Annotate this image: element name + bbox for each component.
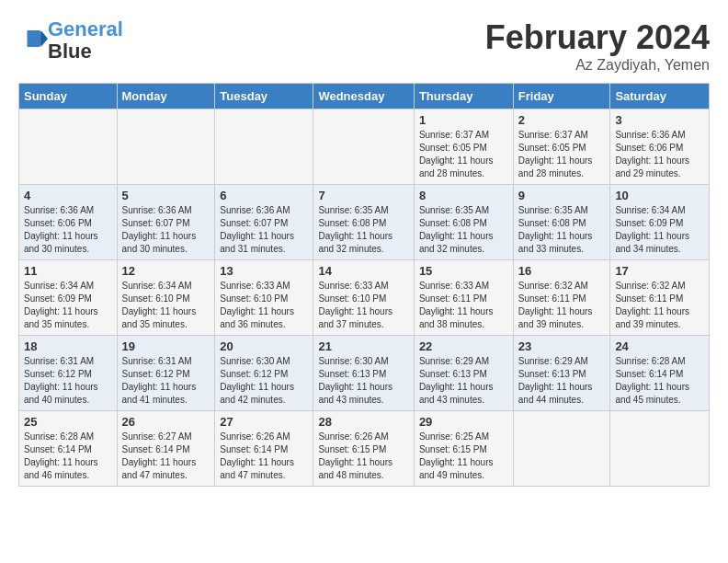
day-cell: 11Sunrise: 6:34 AM Sunset: 6:09 PM Dayli…: [19, 260, 118, 336]
day-info: Sunrise: 6:31 AM Sunset: 6:12 PM Dayligh…: [24, 355, 112, 407]
day-number: 10: [615, 189, 704, 202]
day-cell: 14Sunrise: 6:33 AM Sunset: 6:10 PM Dayli…: [313, 260, 414, 336]
day-info: Sunrise: 6:28 AM Sunset: 6:14 PM Dayligh…: [24, 431, 112, 482]
day-cell: 24Sunrise: 6:28 AM Sunset: 6:14 PM Dayli…: [610, 336, 710, 411]
header-cell-thursday: Thursday: [414, 84, 513, 109]
header-cell-sunday: Sunday: [19, 84, 118, 109]
day-cell: 25Sunrise: 6:28 AM Sunset: 6:14 PM Dayli…: [19, 411, 118, 487]
day-cell: 22Sunrise: 6:29 AM Sunset: 6:13 PM Dayli…: [414, 336, 513, 411]
day-cell: 1Sunrise: 6:37 AM Sunset: 6:05 PM Daylig…: [414, 109, 513, 185]
week-row-5: 25Sunrise: 6:28 AM Sunset: 6:14 PM Dayli…: [19, 411, 710, 487]
day-number: 18: [24, 339, 112, 353]
day-number: 26: [122, 415, 210, 429]
day-cell: 10Sunrise: 6:34 AM Sunset: 6:09 PM Dayli…: [610, 185, 710, 260]
day-number: 29: [419, 415, 508, 429]
day-cell: 5Sunrise: 6:36 AM Sunset: 6:07 PM Daylig…: [117, 185, 215, 260]
day-cell: 6Sunrise: 6:36 AM Sunset: 6:07 PM Daylig…: [215, 185, 313, 260]
day-number: 2: [518, 113, 606, 127]
day-info: Sunrise: 6:36 AM Sunset: 6:06 PM Dayligh…: [24, 204, 112, 256]
day-cell: [19, 109, 118, 185]
day-info: Sunrise: 6:29 AM Sunset: 6:13 PM Dayligh…: [419, 355, 508, 407]
day-cell: 18Sunrise: 6:31 AM Sunset: 6:12 PM Dayli…: [19, 336, 118, 411]
header-cell-friday: Friday: [513, 84, 610, 109]
header-cell-wednesday: Wednesday: [313, 84, 414, 109]
day-info: Sunrise: 6:37 AM Sunset: 6:05 PM Dayligh…: [518, 129, 606, 180]
day-cell: 26Sunrise: 6:27 AM Sunset: 6:14 PM Dayli…: [117, 411, 215, 487]
day-number: 23: [518, 339, 606, 353]
day-cell: 8Sunrise: 6:35 AM Sunset: 6:08 PM Daylig…: [414, 185, 513, 260]
day-cell: 28Sunrise: 6:26 AM Sunset: 6:15 PM Dayli…: [313, 411, 414, 487]
day-cell: 17Sunrise: 6:32 AM Sunset: 6:11 PM Dayli…: [610, 260, 710, 336]
day-number: 7: [318, 189, 408, 202]
week-row-4: 18Sunrise: 6:31 AM Sunset: 6:12 PM Dayli…: [19, 336, 710, 411]
day-cell: 16Sunrise: 6:32 AM Sunset: 6:11 PM Dayli…: [513, 260, 610, 336]
title-block: February 2024 Az Zaydiyah, Yemen: [485, 18, 710, 74]
day-cell: 7Sunrise: 6:35 AM Sunset: 6:08 PM Daylig…: [313, 185, 414, 260]
day-info: Sunrise: 6:30 AM Sunset: 6:12 PM Dayligh…: [220, 355, 308, 407]
day-info: Sunrise: 6:31 AM Sunset: 6:12 PM Dayligh…: [122, 355, 210, 407]
month-title: February 2024: [485, 18, 710, 57]
day-number: 21: [318, 339, 408, 353]
day-number: 8: [419, 189, 508, 202]
day-info: Sunrise: 6:33 AM Sunset: 6:10 PM Dayligh…: [220, 280, 308, 331]
day-cell: 15Sunrise: 6:33 AM Sunset: 6:11 PM Dayli…: [414, 260, 513, 336]
day-info: Sunrise: 6:33 AM Sunset: 6:10 PM Dayligh…: [318, 280, 408, 331]
day-info: Sunrise: 6:27 AM Sunset: 6:14 PM Dayligh…: [122, 431, 210, 482]
calendar-table: SundayMondayTuesdayWednesdayThursdayFrid…: [18, 83, 710, 487]
day-cell: 19Sunrise: 6:31 AM Sunset: 6:12 PM Dayli…: [117, 336, 215, 411]
page-header: General Blue February 2024 Az Zaydiyah, …: [18, 18, 710, 74]
day-number: 14: [318, 264, 408, 278]
day-cell: 12Sunrise: 6:34 AM Sunset: 6:10 PM Dayli…: [117, 260, 215, 336]
day-cell: 27Sunrise: 6:26 AM Sunset: 6:14 PM Dayli…: [215, 411, 313, 487]
day-info: Sunrise: 6:25 AM Sunset: 6:15 PM Dayligh…: [419, 431, 508, 482]
day-info: Sunrise: 6:28 AM Sunset: 6:14 PM Dayligh…: [615, 355, 704, 407]
day-number: 3: [615, 113, 704, 127]
day-info: Sunrise: 6:34 AM Sunset: 6:10 PM Dayligh…: [122, 280, 210, 331]
day-cell: [513, 411, 610, 487]
day-info: Sunrise: 6:30 AM Sunset: 6:13 PM Dayligh…: [318, 355, 408, 407]
day-cell: 21Sunrise: 6:30 AM Sunset: 6:13 PM Dayli…: [313, 336, 414, 411]
day-info: Sunrise: 6:34 AM Sunset: 6:09 PM Dayligh…: [24, 280, 112, 331]
day-cell: 20Sunrise: 6:30 AM Sunset: 6:12 PM Dayli…: [215, 336, 313, 411]
day-number: 6: [220, 189, 308, 202]
day-info: Sunrise: 6:32 AM Sunset: 6:11 PM Dayligh…: [615, 280, 704, 331]
day-cell: 13Sunrise: 6:33 AM Sunset: 6:10 PM Dayli…: [215, 260, 313, 336]
day-info: Sunrise: 6:33 AM Sunset: 6:11 PM Dayligh…: [419, 280, 508, 331]
day-info: Sunrise: 6:36 AM Sunset: 6:07 PM Dayligh…: [122, 204, 210, 256]
logo-text: General Blue: [48, 18, 123, 63]
day-cell: 4Sunrise: 6:36 AM Sunset: 6:06 PM Daylig…: [19, 185, 118, 260]
day-number: 11: [24, 264, 112, 278]
day-number: 4: [24, 189, 112, 202]
day-number: 1: [419, 113, 508, 127]
header-cell-tuesday: Tuesday: [215, 84, 313, 109]
day-number: 19: [122, 339, 210, 353]
header-cell-saturday: Saturday: [610, 84, 710, 109]
day-info: Sunrise: 6:29 AM Sunset: 6:13 PM Dayligh…: [518, 355, 606, 407]
logo-icon: [20, 25, 48, 52]
day-number: 17: [615, 264, 704, 278]
day-info: Sunrise: 6:26 AM Sunset: 6:15 PM Dayligh…: [318, 431, 408, 482]
day-cell: 29Sunrise: 6:25 AM Sunset: 6:15 PM Dayli…: [414, 411, 513, 487]
day-info: Sunrise: 6:35 AM Sunset: 6:08 PM Dayligh…: [518, 204, 606, 256]
day-number: 9: [518, 189, 606, 202]
logo: General Blue: [18, 18, 123, 63]
day-number: 25: [24, 415, 112, 429]
day-cell: 3Sunrise: 6:36 AM Sunset: 6:06 PM Daylig…: [610, 109, 710, 185]
week-row-3: 11Sunrise: 6:34 AM Sunset: 6:09 PM Dayli…: [19, 260, 710, 336]
svg-marker-1: [41, 30, 49, 47]
day-info: Sunrise: 6:34 AM Sunset: 6:09 PM Dayligh…: [615, 204, 704, 256]
day-cell: [117, 109, 215, 185]
day-info: Sunrise: 6:32 AM Sunset: 6:11 PM Dayligh…: [518, 280, 606, 331]
day-info: Sunrise: 6:36 AM Sunset: 6:06 PM Dayligh…: [615, 129, 704, 180]
day-number: 13: [220, 264, 308, 278]
day-number: 28: [318, 415, 408, 429]
day-info: Sunrise: 6:26 AM Sunset: 6:14 PM Dayligh…: [220, 431, 308, 482]
header-cell-monday: Monday: [117, 84, 215, 109]
day-number: 15: [419, 264, 508, 278]
day-number: 5: [122, 189, 210, 202]
day-number: 20: [220, 339, 308, 353]
day-cell: [215, 109, 313, 185]
header-row: SundayMondayTuesdayWednesdayThursdayFrid…: [19, 84, 710, 109]
day-number: 22: [419, 339, 508, 353]
day-number: 16: [518, 264, 606, 278]
